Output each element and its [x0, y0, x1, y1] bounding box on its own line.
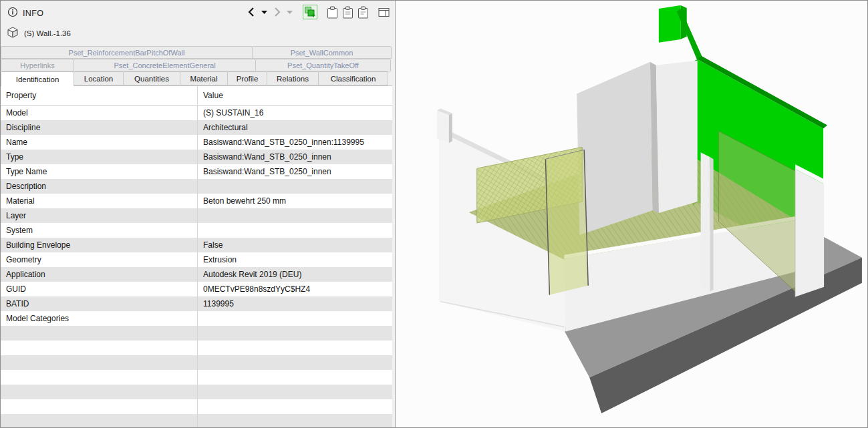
column-header-property: Property: [1, 91, 198, 100]
property-cell: Geometry: [1, 255, 198, 264]
value-cell: Beton bewehrt 250 mm: [198, 196, 392, 206]
empty-table-row: [1, 414, 392, 428]
table-header-row: Property Value: [1, 86, 392, 105]
value-cell: 1139995: [198, 299, 392, 308]
object-label: (S) Wall.-1.36: [24, 29, 71, 37]
clipboard-copy-3-button[interactable]: [357, 5, 369, 19]
table-row[interactable]: MaterialBeton bewehrt 250 mm: [1, 194, 392, 208]
table-row[interactable]: BATID1139995: [1, 296, 392, 311]
property-cell: Type: [1, 152, 198, 162]
value-cell: False: [198, 240, 392, 250]
back-history-dropdown[interactable]: [261, 5, 268, 19]
table-row[interactable]: ApplicationAutodesk Revit 2019 (DEU): [1, 267, 392, 282]
glass-partition-center[interactable]: [545, 150, 588, 294]
tab-identification[interactable]: Identification: [1, 71, 74, 86]
model-scene[interactable]: [396, 1, 867, 427]
table-row[interactable]: Building EnvelopeFalse: [1, 238, 392, 252]
column-divider[interactable]: [197, 86, 198, 428]
selected-object-row: (S) Wall.-1.36: [7, 26, 71, 41]
clipboard-copy-1-button[interactable]: [327, 5, 338, 19]
back-right-wall[interactable]: [656, 61, 698, 213]
application-window: INFO: [0, 0, 868, 428]
property-cell: Material: [1, 196, 198, 206]
property-cell: Discipline: [1, 123, 198, 132]
table-row[interactable]: Model Categories: [1, 311, 392, 326]
tab-quantities[interactable]: Quantities: [123, 71, 180, 85]
tab-row-3: IdentificationLocationQuantitiesMaterial…: [1, 71, 388, 85]
property-cell: Application: [1, 270, 198, 279]
tab-pset_wallcommon[interactable]: Pset_WallCommon: [252, 46, 392, 59]
property-cell: Model Categories: [1, 314, 198, 323]
back-left-pillar[interactable]: [437, 108, 452, 143]
panel-title: INFO: [23, 9, 43, 18]
tab-profile[interactable]: Profile: [227, 71, 267, 85]
right-wall[interactable]: [795, 164, 824, 296]
table-row[interactable]: Model(S) SUSTAIN_16: [1, 105, 392, 120]
value-cell: (S) SUSTAIN_16: [198, 108, 392, 118]
column-header-value: Value: [198, 91, 223, 100]
empty-table-row: [1, 355, 392, 370]
table-row[interactable]: Type NameBasiswand:Wand_STB_0250_innen: [1, 164, 392, 179]
tab-pset_reinforcementbarpitchofwall[interactable]: Pset_ReinforcementBarPitchOfWall: [1, 46, 253, 59]
property-cell: Name: [1, 138, 198, 147]
tab-row-1: Pset_ReinforcementBarPitchOfWallPset_Wal…: [1, 46, 391, 59]
property-cell: GUID: [1, 284, 198, 294]
value-cell: Architectural: [198, 123, 392, 132]
property-cell: Type Name: [1, 167, 198, 176]
table-row[interactable]: TypeBasiswand:Wand_STB_0250_innen: [1, 150, 392, 164]
cube-icon: [7, 27, 18, 41]
value-cell: Basiswand:Wand_STB_0250_innen:1139995: [198, 138, 392, 147]
clipboard-copy-2-button[interactable]: [342, 5, 353, 19]
property-cell: Description: [1, 182, 198, 191]
value-cell: Autodesk Revit 2019 (DEU): [198, 270, 392, 279]
empty-table-row: [1, 399, 392, 414]
property-table-body: Model(S) SUSTAIN_16DisciplineArchitectur…: [1, 105, 392, 428]
interior-wall-pillar[interactable]: [701, 152, 714, 291]
table-row[interactable]: GUID0MECTvPE98n8szdYyC$HZ4: [1, 282, 392, 296]
tab-location[interactable]: Location: [74, 71, 124, 85]
tab-pset_quantitytakeoff[interactable]: Pset_QuantityTakeOff: [255, 59, 391, 71]
empty-table-row: [1, 385, 392, 399]
table-row[interactable]: System: [1, 223, 392, 238]
property-table: Property Value Model(S) SUSTAIN_16Discip…: [1, 85, 392, 428]
forward-history-dropdown[interactable]: [286, 5, 293, 19]
link-selection-button[interactable]: [303, 5, 317, 19]
value-cell: Extrusion: [198, 255, 392, 264]
table-row[interactable]: GeometryExtrusion: [1, 252, 392, 267]
property-cell: Layer: [1, 211, 198, 220]
tab-relations[interactable]: Relations: [267, 71, 319, 85]
value-cell: 0MECTvPE98n8szdYyC$HZ4: [198, 284, 392, 294]
tab-classification[interactable]: Classification: [318, 71, 388, 85]
empty-table-row: [1, 326, 392, 341]
info-panel: INFO: [1, 1, 396, 427]
property-cell: BATID: [1, 299, 198, 308]
info-icon: [7, 7, 18, 20]
tab-material[interactable]: Material: [180, 71, 228, 85]
table-row[interactable]: DisciplineArchitectural: [1, 120, 392, 135]
tab-row-2: HyperlinksPset_ConcreteElementGeneralPse…: [1, 59, 390, 71]
property-set-tabs: Pset_ReinforcementBarPitchOfWallPset_Wal…: [1, 46, 392, 85]
table-row[interactable]: Description: [1, 179, 392, 194]
info-toolbar: INFO: [1, 1, 395, 23]
panel-layout-button[interactable]: [378, 5, 390, 19]
empty-table-row: [1, 341, 392, 355]
viewport-3d[interactable]: [396, 1, 867, 427]
value-cell: Basiswand:Wand_STB_0250_innen: [198, 152, 392, 162]
back-button[interactable]: [247, 5, 257, 19]
tab-pset_concreteelementgeneral[interactable]: Pset_ConcreteElementGeneral: [74, 59, 256, 71]
property-cell: System: [1, 226, 198, 235]
value-cell: Basiswand:Wand_STB_0250_innen: [198, 167, 392, 176]
table-row[interactable]: Layer: [1, 208, 392, 223]
forward-button[interactable]: [272, 5, 282, 19]
table-row[interactable]: NameBasiswand:Wand_STB_0250_innen:113999…: [1, 135, 392, 150]
property-cell: Building Envelope: [1, 240, 198, 250]
tab-hyperlinks[interactable]: Hyperlinks: [1, 59, 74, 71]
empty-table-row: [1, 370, 392, 385]
property-cell: Model: [1, 108, 198, 118]
